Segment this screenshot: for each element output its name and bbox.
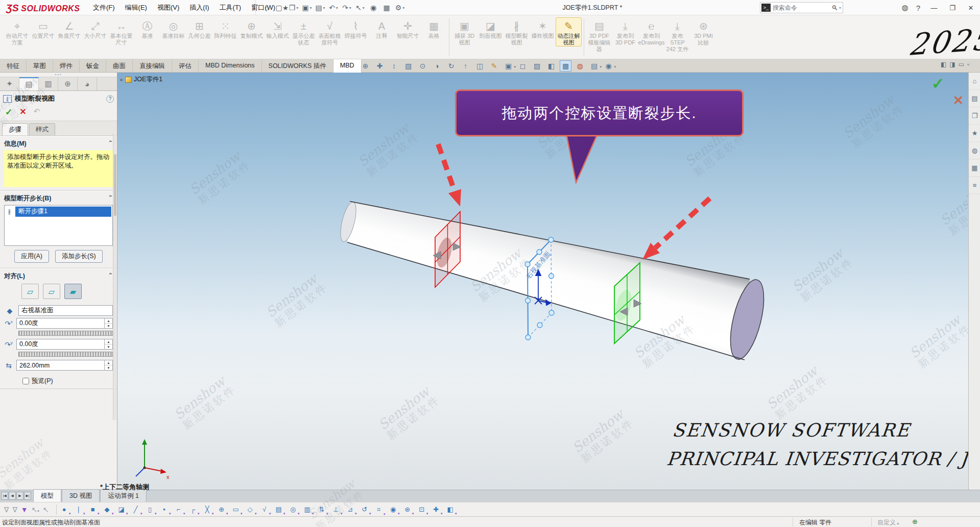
zoom-area-icon[interactable]: ▧ <box>402 60 414 72</box>
flyout-feature-tree[interactable]: ▸ JOE零件1 <box>121 75 162 84</box>
pan-icon[interactable]: ✚ <box>374 60 386 72</box>
distance-field[interactable] <box>17 360 104 370</box>
tree-expand-icon[interactable]: ▸ <box>121 77 123 82</box>
search-input[interactable] <box>773 4 831 11</box>
filter-icon[interactable]: ∇ <box>4 506 9 514</box>
cylinder-model[interactable] <box>338 200 771 362</box>
filter-tool-icon[interactable]: ⊥ <box>331 506 341 513</box>
preview-checkbox[interactable] <box>22 378 29 384</box>
break-step-item[interactable]: 断开步骤1 <box>15 207 111 217</box>
filter-tool-icon[interactable]: ⊡ <box>417 506 426 513</box>
ribbon-button[interactable]: ✶ 爆炸视图 <box>530 17 556 40</box>
help-icon[interactable]: ? <box>912 4 925 12</box>
align-plane-button[interactable]: ▰ <box>64 284 82 299</box>
ribbon-button[interactable]: ⤓ 发布 STEP 242 文件 <box>664 17 690 53</box>
ribbon-button[interactable]: ⊕ 复制模式 <box>238 17 265 40</box>
filter-tool-icon[interactable]: ⊿ <box>346 506 355 513</box>
select-alt-icon[interactable]: ↖ <box>43 506 49 514</box>
redo-icon[interactable]: ↷ <box>341 2 353 14</box>
add-step-button[interactable]: 添加步长(S) <box>55 250 103 263</box>
ribbon-button[interactable]: ⇲ 输入模式 <box>265 17 291 40</box>
ribbon-button[interactable]: ⤓ 发布到 3D PDF <box>612 17 638 47</box>
undo-icon[interactable]: ↶ <box>327 2 340 14</box>
ribbon-button[interactable]: ⊞ 几何公差 <box>186 17 212 40</box>
filter-tool-icon[interactable]: ◉ <box>389 506 398 513</box>
command-tab[interactable]: 草图 <box>27 59 53 73</box>
filter-tool-icon[interactable]: ⇅ <box>317 506 326 513</box>
command-tab[interactable]: 焊件 <box>53 59 80 73</box>
document-tab[interactable]: 模型 <box>33 489 61 502</box>
filter-tool-icon[interactable]: ◇ <box>246 506 255 513</box>
panel-splitter[interactable]: ••• <box>0 73 117 77</box>
mouse-gesture-icon[interactable]: ◉ <box>367 2 379 14</box>
confirm-ok-button[interactable]: ✓ <box>931 75 944 93</box>
collapse-chevron-icon[interactable]: ⌃ <box>108 272 113 281</box>
zoom-selection-icon[interactable]: ⊙ <box>417 60 428 72</box>
scroll-first-icon[interactable]: |◀ <box>1 492 8 500</box>
scroll-prev-icon[interactable]: ◀ <box>9 492 16 500</box>
appearances-scenes-icon[interactable]: ◍ <box>969 142 980 159</box>
select-tool-icon[interactable]: ↖ <box>32 506 39 514</box>
command-tab[interactable]: 特征 <box>0 59 27 73</box>
menu-item[interactable]: 编辑(E) <box>120 0 152 15</box>
propertymanager-tab-icon[interactable]: ▤ <box>19 77 39 90</box>
collapse-chevron-icon[interactable]: ⌃ <box>108 140 113 148</box>
filter-graphics-icon[interactable]: ∇ <box>12 506 17 514</box>
ribbon-button[interactable]: ⊛ 3D PMI 比较 <box>690 17 716 47</box>
hide-show-items-icon[interactable]: ◉ <box>603 60 614 72</box>
command-tab[interactable]: SOLIDWORKS 插件 <box>262 59 333 73</box>
filter-tool-icon[interactable]: ⊛ <box>403 506 412 513</box>
custom-properties-icon[interactable]: ▦ <box>969 159 980 177</box>
filter-tool-icon[interactable]: ↺ <box>360 506 369 513</box>
save-icon[interactable]: ▣ <box>301 2 313 14</box>
pane-restore-icon[interactable]: ▫ <box>967 61 969 68</box>
select-icon[interactable]: ↖ <box>354 2 366 14</box>
ribbon-button[interactable]: Ⓐ 基准 <box>134 17 160 40</box>
ok-button[interactable]: ✓ <box>5 107 12 118</box>
displaymanager-tab-icon[interactable]: ◕ <box>78 77 97 90</box>
filter-tool-icon[interactable]: ✚ <box>432 506 441 513</box>
alignment-plane-field[interactable] <box>19 306 112 315</box>
view-settings-icon[interactable]: ◑ <box>431 60 443 72</box>
ribbon-button[interactable]: ± 显示公差状态 <box>291 17 317 47</box>
command-tab[interactable]: MBD Dimensions <box>199 59 262 73</box>
command-tab[interactable]: 直接编辑 <box>133 59 172 73</box>
align-flip-button[interactable]: ▱ <box>43 284 60 299</box>
filter-tool-icon[interactable]: ◧ <box>446 506 455 513</box>
ribbon-button[interactable]: ℮ 发布到 eDrawings <box>638 17 664 47</box>
angle-y-spinner[interactable]: ▲▼ <box>104 339 112 349</box>
home-icon[interactable]: ⌂ <box>261 2 273 14</box>
close-button[interactable]: ✕ <box>962 0 980 15</box>
filter-tool-icon[interactable]: ∣ <box>74 506 83 513</box>
filter-tool-icon[interactable]: ■ <box>88 506 98 513</box>
scroll-last-icon[interactable]: ▶| <box>24 492 31 500</box>
command-tab[interactable]: 评估 <box>172 59 199 73</box>
angle-x-slider[interactable] <box>18 331 113 336</box>
command-tab[interactable]: MBD <box>333 59 362 73</box>
panel-scrollbar[interactable] <box>113 134 116 420</box>
ribbon-button[interactable]: ∦ 模型断裂视图 <box>504 17 530 47</box>
filter-tool-icon[interactable]: ▭ <box>231 506 241 513</box>
zoom-fit-icon[interactable]: ⊕ <box>360 60 371 72</box>
filter-tool-icon[interactable]: ▪ <box>160 506 169 513</box>
filter-tool-icon[interactable]: ● <box>60 506 69 513</box>
graphics-viewport[interactable]: Senshow新思诺软件Senshow新思诺软件Senshow新思诺软件Sens… <box>117 73 968 490</box>
appearance-icon[interactable]: ◍ <box>574 60 586 72</box>
shaded-style-icon[interactable]: ◧ <box>545 60 557 72</box>
print-icon[interactable]: ▤ <box>314 2 326 14</box>
filter-tool-icon[interactable]: ⌗ <box>374 506 384 514</box>
menu-item[interactable]: 插入(I) <box>184 0 214 15</box>
dynamic-annotation-icon[interactable]: ✎ <box>488 60 500 72</box>
dimxpertmanager-tab-icon[interactable]: ⊕ <box>58 77 78 90</box>
shaded-edges-style-icon[interactable]: ▩ <box>560 60 571 72</box>
angle-x-spinner[interactable]: ▲▼ <box>104 318 112 328</box>
ribbon-button[interactable]: ◪ 剖面视图 <box>477 17 504 40</box>
ribbon-button[interactable]: A 注释 <box>369 17 395 40</box>
ribbon-button[interactable]: ◎ 基准目标 <box>160 17 186 40</box>
globe-icon[interactable]: ⊕ <box>912 518 918 525</box>
pane-left-icon[interactable]: ◧ <box>941 61 946 68</box>
collapse-chevron-icon[interactable]: ⌃ <box>108 194 113 203</box>
up-axis-icon[interactable]: ↑ <box>460 60 471 72</box>
featuremanager-tab-icon[interactable]: ✦ <box>0 77 19 90</box>
menu-item[interactable]: 视图(V) <box>152 0 184 15</box>
